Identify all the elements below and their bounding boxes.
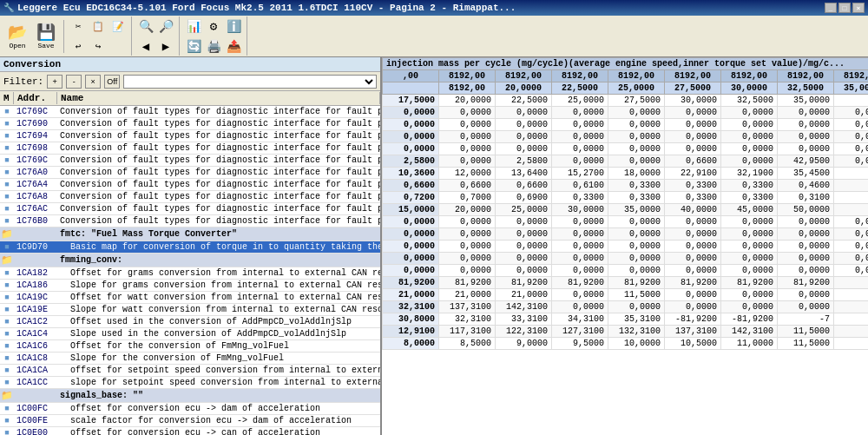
grid-cell[interactable]: 0,0000 — [778, 119, 834, 131]
search-button[interactable]: 🔎 — [156, 16, 175, 36]
grid-cell[interactable]: 0,0000 — [721, 107, 778, 119]
list-item[interactable]: ■1CA19ESlope for watt conversion from in… — [0, 304, 380, 316]
list-item[interactable]: 📁fmtc: "Fuel Mass Torque Converter" — [0, 227, 380, 241]
list-item[interactable]: ■1CA1CAoffset for setpoint speed convers… — [0, 365, 380, 377]
grid-cell[interactable]: 0,0000 — [778, 289, 834, 301]
grid-cell[interactable]: 0,3300 — [721, 180, 778, 192]
grid-cell[interactable]: 0,0000 — [721, 143, 778, 155]
grid-cell[interactable]: 0,0000 — [721, 119, 778, 131]
grid-cell[interactable]: 0,0000 — [496, 216, 552, 228]
grid-cell[interactable]: 81,9200 — [439, 277, 496, 289]
grid-cell[interactable]: 0,0000 — [552, 155, 608, 168]
grid-cell[interactable]: 0,0000 — [496, 143, 552, 155]
grid-cell[interactable]: 0,0000 — [834, 107, 869, 119]
grid-cell[interactable]: 0,0000 — [496, 131, 552, 143]
grid-cell[interactable]: 40,0000 — [665, 204, 721, 216]
grid-cell[interactable]: 13,6400 — [496, 168, 552, 180]
grid-cell[interactable]: 0,0000 — [608, 228, 665, 241]
grid-cell[interactable]: 35,4500 — [778, 168, 834, 180]
list-item[interactable]: ■1C769CConversion of fault types for dia… — [0, 155, 380, 167]
grid-cell[interactable]: 0,0000 — [439, 265, 496, 277]
grid-cell[interactable]: 0,0000 — [608, 107, 665, 119]
grid-cell[interactable]: 142,3100 — [721, 326, 778, 338]
grid-cell[interactable]: 11,5000 — [778, 338, 834, 350]
list-item[interactable]: ■1C00FEscale factor for conversion ecu -… — [0, 415, 380, 427]
grid-cell[interactable]: 0,0000 — [439, 228, 496, 241]
grid-cell[interactable]: 0,0000 — [608, 241, 665, 253]
list-item[interactable]: ■1CA19COffset for watt conversion from i… — [0, 292, 380, 304]
grid-cell[interactable]: 0,0000 — [665, 265, 721, 277]
grid-cell[interactable]: 0,0000 — [608, 301, 665, 313]
grid-cell[interactable]: 0,0000 — [552, 301, 608, 313]
grid-row[interactable]: 0,72000,70000,69000,33000,33000,33000,33… — [383, 192, 869, 204]
grid-cell[interactable]: 0,0000 — [608, 131, 665, 143]
grid-row[interactable]: 8,00008,50009,00009,500010,000010,500011… — [383, 338, 869, 350]
grid-cell[interactable]: 0,0000 — [496, 241, 552, 253]
grid-cell[interactable]: 32,3100 — [439, 313, 496, 326]
data-grid-container[interactable]: injection mass per cycle (mg/cycle)(aver… — [382, 57, 868, 435]
grid-cell[interactable]: 81,9200 — [665, 277, 721, 289]
grid-cell[interactable]: 0,0000 — [608, 265, 665, 277]
list-item[interactable]: ■1C76B0Conversion of fault types for dia… — [0, 215, 380, 227]
grid-cell[interactable]: 0,0000 — [721, 131, 778, 143]
grid-cell[interactable]: 0,0000 — [665, 119, 721, 131]
grid-cell[interactable]: 0,0000 — [439, 107, 496, 119]
grid-cell[interactable] — [834, 277, 869, 289]
grid-cell[interactable]: -81,9200 — [721, 313, 778, 326]
grid-cell[interactable]: 32,5000 — [721, 95, 778, 107]
grid-cell[interactable]: 8,5000 — [439, 338, 496, 350]
grid-cell[interactable]: 0,0000 — [552, 131, 608, 143]
grid-row[interactable]: 21,000021,000021,00000,000011,50000,0000… — [383, 289, 869, 301]
grid-cell[interactable]: 22,5000 — [496, 95, 552, 107]
grid-cell[interactable]: 22,9100 — [665, 168, 721, 180]
grid-cell[interactable]: 0,0000 — [834, 228, 869, 241]
grid-cell[interactable]: 25,0000 — [496, 204, 552, 216]
grid-cell[interactable]: 0,0000 — [608, 119, 665, 131]
list-item[interactable]: ■1C76A4Conversion of fault types for dia… — [0, 179, 380, 191]
grid-row[interactable]: 0,00000,00000,00000,00000,00000,00000,00… — [383, 253, 869, 265]
grid-cell[interactable]: 33,3100 — [496, 313, 552, 326]
grid-cell[interactable]: 0,0000 — [778, 228, 834, 241]
grid-cell[interactable]: 0,0000 — [665, 253, 721, 265]
grid-cell[interactable]: 0,0000 — [721, 253, 778, 265]
grid-cell[interactable] — [834, 95, 869, 107]
grid-cell[interactable]: 27,5000 — [608, 95, 665, 107]
grid-row[interactable]: 0,00000,00000,00000,00000,00000,00000,00… — [383, 265, 869, 277]
grid-row[interactable]: 10,360012,000013,640015,270018,000022,91… — [383, 168, 869, 180]
grid-cell[interactable]: 0,0000 — [834, 155, 869, 168]
grid-cell[interactable]: 0,0000 — [721, 265, 778, 277]
grid-cell[interactable]: 127,3100 — [552, 326, 608, 338]
grid-cell[interactable] — [834, 338, 869, 350]
grid-cell[interactable]: 0,0000 — [552, 143, 608, 155]
grid-cell[interactable]: 0,0000 — [778, 253, 834, 265]
grid-cell[interactable]: 21,0000 — [439, 289, 496, 301]
grid-cell[interactable]: 0,0000 — [778, 131, 834, 143]
grid-cell[interactable]: 0,3300 — [721, 192, 778, 204]
maximize-button[interactable]: □ — [838, 3, 851, 13]
list-item[interactable]: ■1C76A0Conversion of fault types for dia… — [0, 167, 380, 179]
grid-cell[interactable]: 0,0000 — [721, 241, 778, 253]
grid-row[interactable]: 32,3100137,3100142,31000,00000,00000,000… — [383, 301, 869, 313]
grid-cell[interactable]: 0,0000 — [552, 119, 608, 131]
grid-row[interactable]: 17,500020,000022,500025,000027,500030,00… — [383, 95, 869, 107]
grid-cell[interactable]: 0,0000 — [778, 107, 834, 119]
grid-cell[interactable]: 0,0000 — [834, 253, 869, 265]
list-item[interactable]: ■1C7698Conversion of fault types for dia… — [0, 142, 380, 155]
grid-cell[interactable]: 0,0000 — [552, 216, 608, 228]
list-item[interactable]: ■1C76A8Conversion of fault types for dia… — [0, 191, 380, 203]
undo-button[interactable]: ↩ — [69, 36, 88, 56]
grid-row[interactable]: 0,00000,00000,00000,00000,00000,00000,00… — [383, 131, 869, 143]
grid-cell[interactable]: 0,0000 — [721, 228, 778, 241]
grid-cell[interactable]: 0,0000 — [439, 155, 496, 168]
list-item[interactable]: ■1CA1CCslope for setpoint speed conversi… — [0, 377, 380, 389]
grid-cell[interactable]: 0,0000 — [439, 131, 496, 143]
grid-cell[interactable] — [834, 301, 869, 313]
grid-cell[interactable]: 0,0000 — [665, 228, 721, 241]
grid-cell[interactable]: 32,1900 — [721, 168, 778, 180]
grid-cell[interactable]: 0,0000 — [778, 216, 834, 228]
grid-cell[interactable]: 45,0000 — [721, 204, 778, 216]
list-item[interactable]: ■1C9D70Basic map for conversion of torqu… — [0, 241, 380, 254]
grid-cell[interactable]: 0,0000 — [834, 119, 869, 131]
grid-cell[interactable]: 2,5800 — [496, 155, 552, 168]
grid-cell[interactable]: -81,9200 — [665, 313, 721, 326]
